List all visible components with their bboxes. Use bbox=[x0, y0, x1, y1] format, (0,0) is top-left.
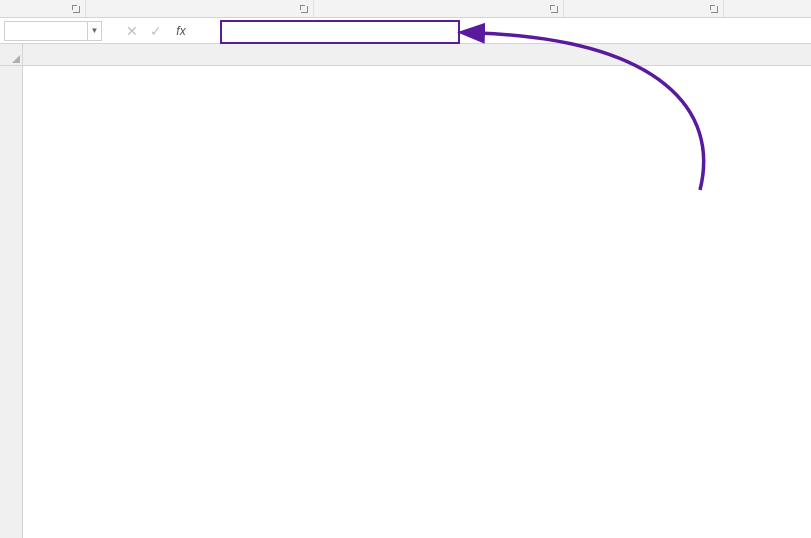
name-box-dropdown[interactable]: ▼ bbox=[88, 21, 102, 41]
spreadsheet bbox=[0, 44, 811, 538]
formula-input[interactable] bbox=[194, 21, 811, 41]
dialog-launcher-icon[interactable] bbox=[549, 4, 559, 14]
select-all-corner[interactable] bbox=[0, 44, 22, 66]
cancel-formula-button[interactable]: ✕ bbox=[120, 21, 144, 41]
ribbon-group-clipboard[interactable] bbox=[0, 0, 86, 17]
ribbon-group-font[interactable] bbox=[86, 0, 314, 17]
dialog-launcher-icon[interactable] bbox=[709, 4, 719, 14]
insert-function-button[interactable]: fx bbox=[168, 24, 194, 38]
ribbon-group-number[interactable] bbox=[564, 0, 724, 17]
ribbon-group-row bbox=[0, 0, 811, 18]
name-box[interactable] bbox=[4, 21, 88, 41]
row-headers bbox=[0, 44, 23, 538]
dialog-launcher-icon[interactable] bbox=[71, 4, 81, 14]
column-headers bbox=[23, 44, 811, 66]
ribbon-group-alignment[interactable] bbox=[314, 0, 564, 17]
dialog-launcher-icon[interactable] bbox=[299, 4, 309, 14]
enter-formula-button[interactable]: ✓ bbox=[144, 21, 168, 41]
formula-bar-row: ▼ ✕ ✓ fx bbox=[0, 18, 811, 44]
